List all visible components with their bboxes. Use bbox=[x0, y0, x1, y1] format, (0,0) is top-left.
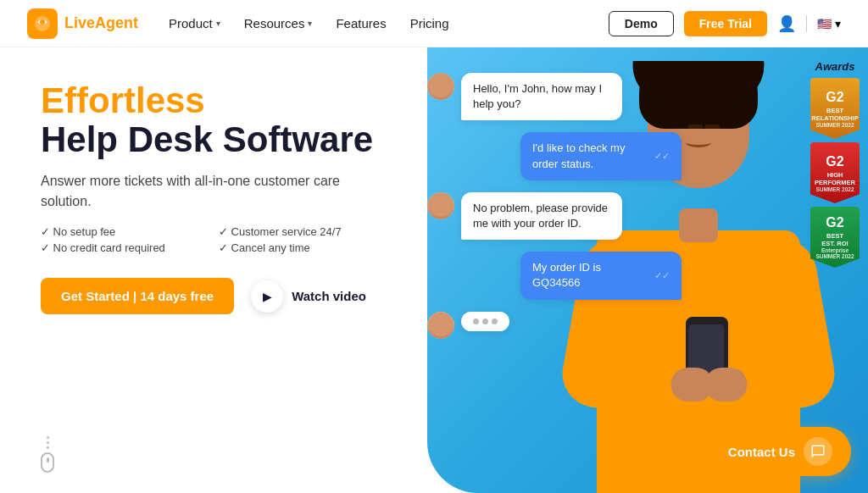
get-started-button[interactable]: Get Started | 14 days free bbox=[41, 278, 234, 314]
logo[interactable]: LiveAgent bbox=[27, 8, 138, 39]
chat-row-typing bbox=[427, 312, 682, 339]
awards-panel: Awards G2 Best Relationship SUMMER 2022 … bbox=[810, 60, 860, 271]
play-icon: ▶ bbox=[251, 280, 283, 313]
hero-features: ✓ No setup fee ✓ Customer service 24/7 ✓… bbox=[41, 225, 397, 254]
award-badge-3: G2 Best Est. ROI Enterprise SUMMER 2022 bbox=[810, 207, 860, 268]
award-line1-2: High bbox=[827, 171, 843, 179]
chat-bubble-1: Hello, I'm John, how may I help you? bbox=[461, 73, 622, 120]
typing-dot-3 bbox=[492, 319, 498, 324]
hero-tagline-black: Help Desk Software bbox=[41, 120, 397, 159]
nav-features[interactable]: Features bbox=[336, 16, 386, 30]
product-chevron-icon: ▾ bbox=[216, 19, 220, 28]
feature-no-credit: ✓ No credit card required bbox=[41, 241, 219, 254]
award-season-1: SUMMER 2022 bbox=[815, 122, 854, 128]
award-line2-2: Performer bbox=[815, 179, 855, 186]
nav-pricing[interactable]: Pricing bbox=[410, 16, 449, 30]
hero-cta: Get Started | 14 days free ▶ Watch video bbox=[41, 278, 397, 314]
nav-right: Demo Free Trial 👤 🇺🇸 ▾ bbox=[609, 11, 841, 36]
g2-label-2: G2 bbox=[826, 154, 843, 169]
agent-avatar-1 bbox=[427, 73, 454, 100]
agent-avatar-2 bbox=[427, 192, 454, 219]
navbar: LiveAgent Product ▾ Resources ▾ Features… bbox=[0, 0, 868, 47]
hero-left: Effortless Help Desk Software Answer mor… bbox=[0, 47, 424, 493]
language-selector[interactable]: 🇺🇸 ▾ bbox=[817, 17, 841, 30]
resources-chevron-icon: ▾ bbox=[308, 19, 312, 28]
watch-label: Watch video bbox=[292, 289, 366, 303]
svg-point-2 bbox=[40, 19, 45, 25]
chat-bubble-3: No problem, please provide me with your … bbox=[461, 192, 622, 240]
typing-indicator bbox=[461, 312, 509, 331]
demo-button[interactable]: Demo bbox=[609, 11, 674, 36]
user-icon[interactable]: 👤 bbox=[777, 14, 796, 33]
chat-row-3: No problem, please provide me with your … bbox=[427, 192, 682, 240]
logo-icon bbox=[27, 8, 58, 39]
chat-area: Hello, I'm John, how may I help you? I'd… bbox=[427, 73, 682, 351]
contact-us-button[interactable]: Contact Us bbox=[709, 427, 851, 476]
chat-row-1: Hello, I'm John, how may I help you? bbox=[427, 73, 682, 120]
free-trial-button[interactable]: Free Trial bbox=[684, 11, 767, 36]
nav-product[interactable]: Product ▾ bbox=[169, 16, 220, 30]
awards-title: Awards bbox=[815, 60, 855, 73]
award-line1-3: Best bbox=[826, 232, 843, 240]
award-badge-1: G2 Best Relationship SUMMER 2022 bbox=[810, 78, 860, 139]
typing-dot-2 bbox=[482, 319, 488, 324]
agent-avatar-image-2 bbox=[427, 192, 454, 219]
double-check-icon: ✓✓ bbox=[654, 150, 670, 163]
agent-avatar-image-3 bbox=[427, 312, 454, 339]
contact-chat-icon bbox=[804, 437, 832, 466]
g2-label-1: G2 bbox=[826, 90, 843, 105]
watch-video-button[interactable]: ▶ Watch video bbox=[251, 280, 366, 313]
chat-bubble-2: I'd like to check my order status. ✓✓ bbox=[520, 132, 682, 180]
agent-avatar-image bbox=[427, 73, 454, 100]
g2-label-3: G2 bbox=[826, 215, 843, 230]
feature-cancel: ✓ Cancel any time bbox=[219, 241, 397, 254]
award-badge-2: G2 High Performer SUMMER 2022 bbox=[810, 142, 860, 203]
contact-us-label: Contact Us bbox=[728, 445, 795, 459]
hero-subtitle: Answer more tickets with all-in-one cust… bbox=[41, 171, 363, 212]
typing-dot-1 bbox=[473, 319, 479, 324]
chat-row-4: My order ID is GQ34566 ✓✓ bbox=[427, 252, 682, 299]
lang-chevron-icon: ▾ bbox=[835, 17, 841, 30]
feature-customer-service: ✓ Customer service 24/7 bbox=[219, 225, 397, 238]
nav-divider bbox=[806, 15, 807, 32]
flag-icon: 🇺🇸 bbox=[817, 17, 832, 30]
agent-avatar-3 bbox=[427, 312, 454, 339]
logo-text: LiveAgent bbox=[64, 14, 138, 32]
award-season-3: Enterprise SUMMER 2022 bbox=[814, 247, 856, 259]
award-line1-1: Best bbox=[826, 107, 843, 114]
award-line2-3: Est. ROI bbox=[821, 240, 848, 247]
nav-links: Product ▾ Resources ▾ Features Pricing bbox=[169, 16, 609, 30]
award-line2-1: Relationship bbox=[811, 114, 858, 122]
award-season-2: SUMMER 2022 bbox=[815, 186, 854, 192]
nav-resources[interactable]: Resources ▾ bbox=[244, 16, 313, 30]
chat-row-2: I'd like to check my order status. ✓✓ bbox=[427, 132, 682, 180]
hero-tagline-orange: Effortless bbox=[41, 81, 397, 120]
feature-no-setup: ✓ No setup fee bbox=[41, 225, 219, 238]
chat-bubble-4: My order ID is GQ34566 ✓✓ bbox=[520, 252, 682, 299]
double-check-icon-2: ✓✓ bbox=[654, 269, 670, 282]
